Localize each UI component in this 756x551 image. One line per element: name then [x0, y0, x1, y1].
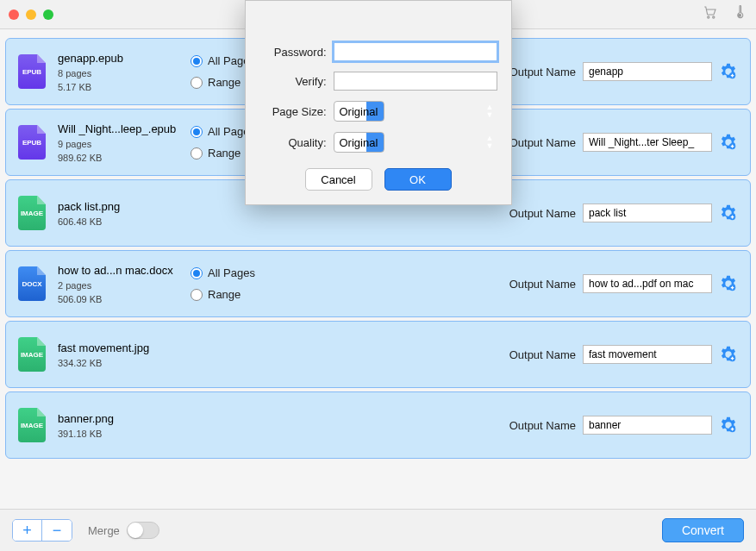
merge-control: Merge [88, 522, 159, 539]
merge-label: Merge [88, 524, 120, 537]
file-size: 334.32 KB [58, 358, 178, 368]
password-input[interactable] [334, 42, 497, 61]
verify-label: Verify: [259, 75, 327, 88]
merge-toggle[interactable] [127, 522, 159, 539]
convert-button[interactable]: Convert [662, 518, 744, 542]
close-window-icon[interactable] [9, 9, 19, 20]
quality-select[interactable]: Original [334, 132, 384, 153]
file-row[interactable]: DOCX how to ad...n mac.docx 2 pages 506.… [5, 250, 751, 317]
file-name: pack list.png [58, 200, 178, 213]
output-name-input[interactable] [583, 133, 712, 152]
row-settings-icon[interactable] [719, 416, 738, 435]
file-meta: Will _Night...leep_.epub 9 pages 989.62 … [58, 122, 178, 163]
remove-file-button[interactable]: − [42, 520, 72, 541]
file-type-icon: DOCX [18, 266, 46, 301]
file-size: 5.17 KB [58, 82, 178, 92]
settings-dialog: Password: Verify: Page Size: Original ▲▼… [245, 0, 512, 205]
svg-point-2 [739, 14, 741, 16]
file-row[interactable]: IMAGE banner.png 391.18 KB Output Name [5, 391, 751, 459]
output-name-input[interactable] [583, 416, 712, 435]
row-settings-icon[interactable] [719, 133, 738, 152]
pagesize-select[interactable]: Original [334, 101, 384, 122]
row-settings-icon[interactable] [719, 274, 738, 293]
page-selection: All Pages Range [191, 266, 277, 301]
range-label: Range [208, 288, 241, 301]
range-radio[interactable]: Range [191, 288, 277, 301]
footer: + − Merge Convert [0, 509, 756, 551]
password-label: Password: [259, 46, 327, 59]
svg-point-0 [708, 16, 709, 18]
output-name-input[interactable] [583, 274, 712, 293]
file-type-icon: EPUB [18, 54, 46, 89]
svg-point-1 [713, 16, 715, 18]
file-name: fast movement.jpg [58, 341, 178, 354]
verify-input[interactable] [334, 72, 497, 91]
file-size: 989.62 KB [58, 153, 178, 163]
page-count: 2 pages [58, 280, 178, 291]
row-settings-icon[interactable] [719, 203, 738, 222]
file-size: 506.09 KB [58, 294, 178, 304]
all-pages-radio[interactable]: All Pages [191, 266, 277, 279]
page-count: 9 pages [58, 139, 178, 149]
file-meta: pack list.png 606.48 KB [58, 200, 178, 227]
window-controls [9, 9, 53, 20]
pagesize-label: Page Size: [259, 105, 327, 118]
range-label: Range [208, 147, 241, 160]
range-label: Range [208, 76, 241, 89]
file-name: banner.png [58, 412, 178, 425]
file-row[interactable]: IMAGE fast movement.jpg 334.32 KB Output… [5, 321, 751, 388]
file-type-icon: IMAGE [18, 337, 46, 372]
output-name-label: Output Name [509, 66, 576, 78]
file-size: 391.18 KB [58, 429, 178, 439]
thermometer-icon[interactable] [732, 4, 747, 24]
file-type-icon: IMAGE [18, 196, 46, 230]
output-name-label: Output Name [509, 419, 576, 432]
output-name-input[interactable] [583, 203, 712, 222]
cart-icon[interactable] [703, 4, 718, 24]
file-meta: genapp.epub 8 pages 5.17 KB [58, 52, 178, 92]
row-settings-icon[interactable] [719, 62, 738, 81]
output-name-input[interactable] [583, 345, 712, 364]
row-settings-icon[interactable] [719, 345, 738, 364]
file-name: genapp.epub [58, 52, 178, 65]
cancel-button[interactable]: Cancel [305, 168, 372, 191]
file-type-icon: EPUB [18, 125, 46, 160]
page-count: 8 pages [58, 68, 178, 78]
chevron-updown-icon: ▲▼ [486, 135, 494, 150]
add-remove-group: + − [12, 519, 72, 542]
output-name-label: Output Name [509, 348, 576, 361]
quality-label: Quality: [259, 136, 327, 149]
output-name-input[interactable] [583, 62, 712, 81]
file-meta: how to ad...n mac.docx 2 pages 506.09 KB [58, 264, 178, 304]
output-name-label: Output Name [509, 207, 576, 220]
file-meta: fast movement.jpg 334.32 KB [58, 341, 178, 368]
chevron-updown-icon: ▲▼ [486, 103, 494, 119]
file-type-icon: IMAGE [18, 408, 46, 442]
file-meta: banner.png 391.18 KB [58, 412, 178, 439]
output-name-label: Output Name [509, 278, 576, 291]
all-pages-label: All Pages [208, 266, 255, 279]
minimize-window-icon[interactable] [26, 9, 36, 20]
output-name-label: Output Name [509, 136, 576, 149]
add-file-button[interactable]: + [13, 520, 42, 541]
file-name: how to ad...n mac.docx [58, 264, 178, 277]
file-name: Will _Night...leep_.epub [58, 122, 178, 135]
zoom-window-icon[interactable] [43, 9, 53, 20]
file-size: 606.48 KB [58, 216, 178, 227]
ok-button[interactable]: OK [384, 168, 452, 191]
